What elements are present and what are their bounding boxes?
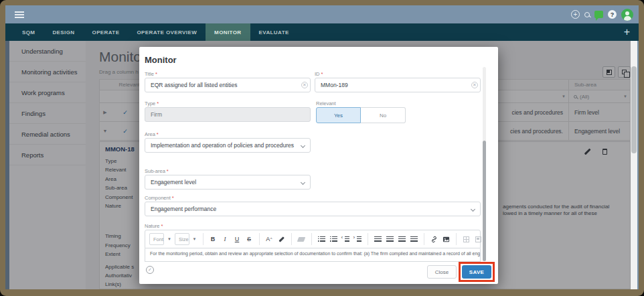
user-avatar[interactable] [621, 9, 633, 21]
close-button[interactable]: Close [427, 265, 457, 279]
align-center-icon[interactable] [385, 234, 395, 244]
toolbar-separator [311, 233, 312, 245]
modal-title: Monitor [145, 55, 177, 65]
tab-operate[interactable]: OPERATE [84, 23, 129, 41]
editor-toolbar: Font ▼ Size ▼ BIUSA^ [145, 230, 481, 248]
area-select[interactable]: Implementation and operation of policies… [145, 138, 311, 153]
bold-icon[interactable]: B [208, 234, 218, 244]
add-tab-icon[interactable]: + [624, 23, 630, 41]
image-icon[interactable] [441, 234, 451, 244]
window-frame: + ? SQMDESIGNOPERATEOPERATE OVERVIEWMONI… [0, 0, 644, 296]
align-justify-icon[interactable] [409, 234, 419, 244]
tab-evaluate[interactable]: EVALUATE [250, 23, 298, 41]
type-label: Type* [145, 100, 159, 106]
tab-sqm[interactable]: SQM [13, 23, 44, 41]
relevant-toggle: Yes No [316, 107, 406, 123]
toolbar-separator [259, 233, 260, 245]
id-field[interactable] [315, 78, 481, 92]
toolbar-separator [456, 233, 457, 245]
hamburger-menu-icon[interactable] [15, 11, 24, 18]
component-select[interactable]: Engagement performance [145, 202, 481, 216]
editor-toolbar-icons: BIUSA^ [208, 233, 483, 245]
scrollbar-thumb[interactable] [631, 66, 637, 153]
chevron-down-icon [301, 143, 305, 148]
app-window: + ? SQMDESIGNOPERATEOPERATE OVERVIEWMONI… [5, 5, 639, 289]
align-right-icon[interactable] [397, 234, 407, 244]
nature-label: Nature* [145, 223, 163, 229]
search-icon[interactable] [584, 12, 590, 17]
area-label: Area* [145, 131, 159, 137]
monitor-modal: Monitor Title* ✕ ID* ✕ Type* Relevant Ye… [139, 47, 498, 284]
subarea-label: Sub-area* [145, 168, 169, 174]
clear-formatting-icon [297, 234, 307, 244]
insert-object-icon [473, 234, 483, 244]
font-color-icon[interactable] [276, 234, 287, 244]
font-select[interactable]: Font [149, 233, 164, 245]
component-label: Component* [145, 195, 174, 201]
unordered-list-icon[interactable] [317, 234, 327, 244]
clear-title-icon[interactable]: ✕ [301, 82, 308, 88]
relevant-yes-button[interactable]: Yes [316, 107, 361, 123]
id-label: ID* [315, 71, 323, 77]
component-value: Engagement performance [151, 206, 216, 212]
top-bar: + ? [5, 5, 639, 23]
size-select[interactable]: Size [175, 233, 189, 245]
superscript-icon[interactable]: A^ [264, 234, 274, 244]
nav-bar: SQMDESIGNOPERATEOPERATE OVERVIEWMONITORE… [5, 23, 639, 41]
size-dropdown-icon[interactable]: ▼ [193, 237, 197, 241]
add-circle-icon[interactable]: + [571, 10, 580, 19]
modal-scrollbar-thumb[interactable] [483, 141, 486, 261]
increase-indent-icon[interactable] [353, 234, 363, 244]
chevron-down-icon [471, 207, 475, 212]
decrease-indent-icon[interactable] [341, 234, 351, 244]
link-icon[interactable] [429, 234, 439, 244]
chevron-down-icon [301, 180, 305, 185]
toolbar-separator [424, 233, 424, 245]
title-field[interactable] [145, 78, 311, 92]
type-field [145, 107, 311, 122]
align-left-icon[interactable] [373, 234, 383, 244]
toolbar-separator [291, 233, 292, 245]
tab-design[interactable]: DESIGN [44, 23, 83, 41]
insert-table-icon [461, 234, 471, 244]
relevant-label: Relevant [316, 100, 336, 106]
subarea-select[interactable]: Engagement level [145, 175, 311, 190]
check-circle-icon[interactable]: ✓ [146, 266, 154, 274]
italic-icon[interactable]: I [220, 234, 230, 244]
click-annotation-box [459, 262, 495, 282]
font-dropdown-icon[interactable]: ▼ [167, 237, 171, 241]
title-label: Title* [145, 71, 157, 77]
chat-icon[interactable] [594, 11, 603, 18]
modal-scrollbar[interactable] [483, 67, 486, 261]
clear-id-icon[interactable]: ✕ [471, 82, 478, 88]
tab-operate-overview[interactable]: OPERATE OVERVIEW [128, 23, 206, 41]
tab-monitor[interactable]: MONITOR [206, 23, 250, 41]
toolbar-separator [368, 233, 368, 245]
relevant-no-button[interactable]: No [361, 107, 406, 123]
help-icon[interactable]: ? [608, 10, 617, 19]
area-value: Implementation and operation of policies… [151, 142, 294, 149]
underline-icon[interactable]: U [232, 234, 242, 244]
nav-tabs: SQMDESIGNOPERATEOPERATE OVERVIEWMONITORE… [13, 23, 639, 41]
nature-editor[interactable]: For the monitoring period, obtain and re… [145, 248, 481, 262]
ordered-list-icon[interactable] [329, 234, 339, 244]
page-scrollbar[interactable] [631, 41, 637, 289]
toolbar-separator [203, 233, 204, 245]
strikethrough-icon[interactable]: S [244, 234, 254, 244]
subarea-value: Engagement level [151, 179, 196, 186]
